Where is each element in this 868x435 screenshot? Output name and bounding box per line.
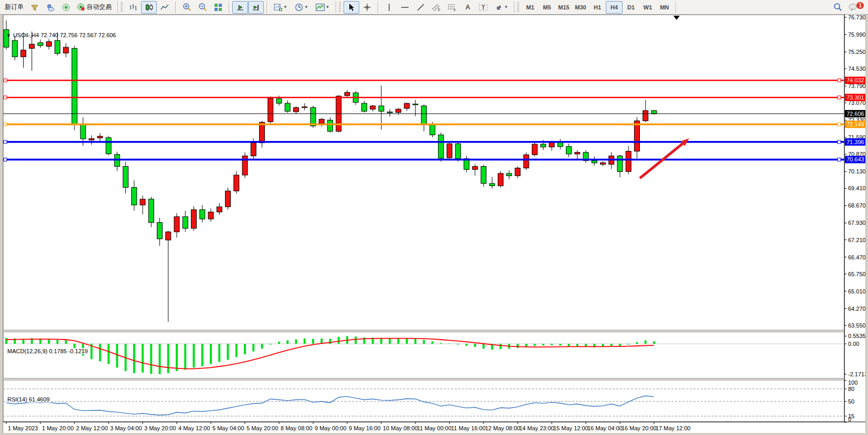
price-tick-label: 74.530 bbox=[848, 66, 866, 72]
panel-splitter[interactable] bbox=[0, 330, 868, 332]
panel-splitter[interactable] bbox=[0, 378, 868, 380]
arrows-tool-button[interactable]: ▼ bbox=[491, 1, 511, 14]
fibonacci-tool-button[interactable]: F bbox=[444, 1, 460, 14]
candle-body bbox=[276, 99, 282, 103]
timeframe-button-mn[interactable]: MN bbox=[656, 1, 673, 14]
rsi-axis-label: 50 bbox=[848, 398, 854, 405]
candle-body bbox=[285, 103, 290, 111]
candle-body bbox=[489, 183, 495, 186]
text-tool-button[interactable]: A bbox=[460, 1, 476, 14]
price-level-label: 73.301 bbox=[846, 94, 864, 101]
candle-body bbox=[413, 104, 418, 105]
symbol-dropdown-icon[interactable]: ▼ bbox=[6, 33, 11, 38]
level-anchor-handle[interactable] bbox=[4, 79, 7, 82]
zoom-out-button[interactable] bbox=[195, 1, 210, 14]
level-anchor-handle[interactable] bbox=[838, 158, 841, 161]
text-label-tool-button[interactable]: T bbox=[476, 1, 491, 14]
candle-body bbox=[404, 103, 410, 108]
trendline-tool-button[interactable] bbox=[413, 1, 428, 14]
new-order-button[interactable]: 新订单 bbox=[2, 1, 27, 14]
time-tick-label: 5 May 20:00 bbox=[247, 425, 278, 431]
time-tick-label: 3 May 04:00 bbox=[110, 425, 142, 431]
label-tool-glyph: T bbox=[481, 4, 485, 10]
time-tick-label: 1 May 20:00 bbox=[42, 425, 74, 431]
zoom-in-button[interactable] bbox=[179, 1, 195, 14]
chart-window: 76.73075.99075.25074.53073.79073.07072.3… bbox=[0, 15, 868, 433]
price-tick-label: 68.670 bbox=[848, 202, 866, 209]
candle-body bbox=[140, 199, 145, 205]
candle-body bbox=[157, 223, 163, 239]
line-chart-type-button[interactable] bbox=[157, 1, 173, 14]
timeframe-button-m5[interactable]: M5 bbox=[539, 1, 555, 14]
notifications-chat-icon[interactable]: 1 bbox=[845, 1, 861, 14]
price-tick-label: 63.550 bbox=[848, 322, 866, 329]
channel-tool-sub-label: E bbox=[438, 8, 441, 12]
main-chart-panel bbox=[3, 15, 844, 330]
macd-indicator-label: MACD(12,26,9) 0.1785 -0.1219 bbox=[6, 348, 89, 354]
level-anchor-handle[interactable] bbox=[838, 140, 841, 144]
timeframe-button-m30[interactable]: M30 bbox=[572, 1, 589, 14]
autotrading-button[interactable]: 自动交易 bbox=[74, 1, 115, 14]
candle-body bbox=[541, 144, 546, 147]
text-tool-label: A bbox=[465, 3, 470, 11]
time-tick-label: 14 May 23:00 bbox=[519, 425, 554, 431]
timeframe-button-m1[interactable]: M1 bbox=[522, 1, 539, 14]
equidistant-channel-tool-button[interactable]: E bbox=[428, 1, 444, 14]
timeframe-button-h1[interactable]: H1 bbox=[589, 1, 606, 14]
candlestick-chart-type-button[interactable] bbox=[141, 1, 157, 14]
signal-icon[interactable] bbox=[58, 1, 74, 14]
auto-scroll-button[interactable] bbox=[232, 1, 248, 14]
candle-body bbox=[617, 156, 623, 171]
candle-body bbox=[80, 125, 85, 139]
search-icon[interactable] bbox=[830, 1, 845, 14]
candle-body bbox=[345, 92, 350, 95]
tile-windows-button[interactable] bbox=[210, 1, 226, 14]
gold-tool-icon[interactable] bbox=[27, 1, 42, 14]
candle-body bbox=[234, 175, 239, 191]
time-tick-label: 17 May 12:00 bbox=[656, 425, 691, 431]
horizontal-line-tool-button[interactable] bbox=[397, 1, 413, 14]
cursor-tool-button[interactable] bbox=[344, 1, 359, 14]
fibo-tool-sub-label: F bbox=[454, 8, 456, 12]
price-tick-label: 69.410 bbox=[848, 185, 866, 191]
add-indicator-button[interactable]: ▼ bbox=[270, 1, 291, 14]
bar-chart-type-button[interactable] bbox=[125, 1, 141, 14]
candle-body bbox=[421, 106, 426, 125]
candle-body bbox=[370, 106, 376, 109]
candle-body bbox=[55, 40, 60, 53]
candle-body bbox=[498, 173, 503, 186]
timeframe-button-w1[interactable]: W1 bbox=[639, 1, 656, 14]
price-tick-label: 75.250 bbox=[848, 49, 866, 55]
candle-body bbox=[473, 167, 478, 170]
user-cloud-icon[interactable] bbox=[42, 1, 58, 14]
candle-body bbox=[21, 50, 26, 57]
price-level-label: 72.606 bbox=[846, 111, 864, 117]
candle-body bbox=[362, 103, 367, 111]
periods-button[interactable]: ▼ bbox=[291, 1, 312, 14]
level-anchor-handle[interactable] bbox=[838, 96, 841, 99]
timeframe-button-m15[interactable]: M15 bbox=[555, 1, 572, 14]
autotrading-label: 自动交易 bbox=[87, 3, 112, 12]
window-right-edge bbox=[865, 15, 868, 433]
chart-canvas[interactable]: 76.73075.99075.25074.53073.79073.07072.3… bbox=[0, 15, 868, 433]
timeframe-button-d1[interactable]: D1 bbox=[623, 1, 639, 14]
level-anchor-handle[interactable] bbox=[4, 123, 7, 126]
level-anchor-handle[interactable] bbox=[4, 158, 7, 161]
level-anchor-handle[interactable] bbox=[838, 79, 841, 82]
candle-body bbox=[592, 160, 597, 162]
timeframe-switcher: M1M5M15M30H1H4D1W1MN bbox=[520, 0, 674, 14]
time-tick-label: 11 May 00:00 bbox=[417, 425, 452, 431]
timeframe-button-h4[interactable]: H4 bbox=[606, 1, 623, 14]
chart-shift-button[interactable] bbox=[248, 1, 264, 14]
vertical-line-tool-button[interactable] bbox=[381, 1, 397, 14]
level-anchor-handle[interactable] bbox=[4, 96, 7, 99]
candle-body bbox=[438, 135, 444, 158]
candle-body bbox=[294, 107, 299, 112]
candle-body bbox=[166, 232, 171, 240]
candle-body bbox=[183, 216, 188, 228]
crosshair-tool-button[interactable] bbox=[359, 1, 375, 14]
level-anchor-handle[interactable] bbox=[838, 123, 841, 126]
candle-body bbox=[251, 143, 256, 156]
templates-button[interactable]: ▼ bbox=[312, 1, 333, 14]
level-anchor-handle[interactable] bbox=[4, 140, 7, 144]
